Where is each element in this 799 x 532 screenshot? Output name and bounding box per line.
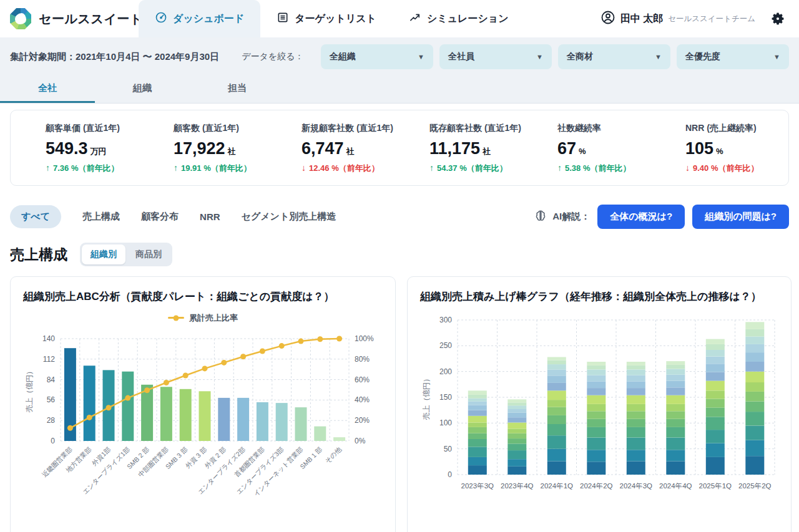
svg-text:売上（億円）: 売上（億円） <box>422 375 431 420</box>
svg-text:300: 300 <box>439 316 452 324</box>
svg-text:2024年3Q: 2024年3Q <box>620 482 652 490</box>
svg-text:112: 112 <box>43 354 55 363</box>
priority-filter-select[interactable]: 全優先度 ▼ <box>677 44 789 69</box>
arrow-icon: ↑ <box>429 163 434 173</box>
chevron-down-icon: ▼ <box>536 53 543 60</box>
nav-item-simulation[interactable]: シミュレーション <box>393 0 525 37</box>
ai-overview-button[interactable]: 全体の概況は? <box>597 205 685 229</box>
header-right: 田中 太郎 セールススイートチーム <box>600 0 799 37</box>
stacked-bar-chart: 0501001502002503002023年3Q2023年4Q2024年1Q2… <box>420 311 778 502</box>
main-nav: ダッシュボード ターゲットリスト シミュレーション <box>139 0 525 37</box>
subtab-all[interactable]: すべて <box>10 205 61 228</box>
kpi-delta: ↑54.37 %（前年比） <box>429 163 527 174</box>
nav-item-target-list[interactable]: ターゲットリスト <box>260 0 393 37</box>
kpi-label: 社数継続率 <box>557 123 655 134</box>
kpi-label: NRR (売上継続率) <box>685 123 783 134</box>
tab-staff[interactable]: 担当 <box>190 76 285 103</box>
kpi-summary-card: 顧客単価 (直近1年) 549.3万円 ↑7.36 %（前年比） 顧客数 (直近… <box>10 110 789 186</box>
kpi-nrr: NRR (売上継続率) 105% ↓9.40 %（前年比） <box>655 123 783 174</box>
kpi-value: 17,922社 <box>174 139 272 158</box>
tab-organization[interactable]: 組織 <box>95 76 190 103</box>
svg-text:50: 50 <box>444 444 453 453</box>
period-label: 集計対象期間：2021年10月4日 〜 2024年9月30日 <box>10 51 219 63</box>
subtab-nrr[interactable]: NRR <box>200 211 220 222</box>
svg-text:2024年2Q: 2024年2Q <box>580 482 612 490</box>
product-filter-value: 全商材 <box>567 51 593 62</box>
kpi-delta: ↑19.91 %（前年比） <box>174 163 272 174</box>
ai-label: AI解説： <box>534 209 590 225</box>
svg-text:2024年4Q: 2024年4Q <box>659 482 692 490</box>
subtab-customer-distribution[interactable]: 顧客分布 <box>141 211 179 223</box>
filter-bar: 集計対象期間：2021年10月4日 〜 2024年9月30日 データを絞る： 全… <box>0 37 799 76</box>
svg-text:2025年1Q: 2025年1Q <box>699 482 732 490</box>
svg-text:150: 150 <box>439 393 452 402</box>
chart-cards: 組織別売上ABC分析（貢献度パレート：組織ごとの貢献度は？） 累計売上比率 02… <box>10 276 789 532</box>
team-name: セールススイートチーム <box>668 14 755 24</box>
user-name: 田中 太郎 <box>620 12 663 26</box>
arrow-icon: ↓ <box>301 163 306 173</box>
stacked-chart-title: 組織別売上積み上げ棒グラフ（経年推移：組織別全体売上の推移は？） <box>420 289 778 305</box>
kpi-retention-rate: 社数継続率 67% ↑5.38 %（前年比） <box>527 123 655 174</box>
scope-tabs: 全社 組織 担当 <box>0 76 799 104</box>
priority-filter-value: 全優先度 <box>685 51 720 62</box>
svg-text:140: 140 <box>42 334 55 343</box>
svg-text:40%: 40% <box>355 395 370 404</box>
ai-org-issues-button[interactable]: 組織別の問題は? <box>692 205 789 229</box>
toggle-by-product[interactable]: 商品別 <box>127 244 170 264</box>
svg-text:28: 28 <box>47 416 56 425</box>
svg-text:2023年3Q: 2023年3Q <box>461 482 494 490</box>
employee-filter-value: 全社員 <box>448 51 474 62</box>
filter-area: 集計対象期間：2021年10月4日 〜 2024年9月30日 データを絞る： 全… <box>0 37 799 104</box>
svg-text:2025年2Q: 2025年2Q <box>738 482 771 490</box>
pareto-chart: 02856841121400%20%40%60%80%100%近畿圏営業部地方営… <box>23 325 383 525</box>
chevron-down-icon: ▼ <box>773 53 780 60</box>
nav-label: シミュレーション <box>427 12 509 26</box>
kpi-customer-unit-price: 顧客単価 (直近1年) 549.3万円 ↑7.36 %（前年比） <box>16 123 144 174</box>
nav-item-dashboard[interactable]: ダッシュボード <box>139 0 260 37</box>
svg-text:2024年1Q: 2024年1Q <box>541 482 573 490</box>
chevron-down-icon: ▼ <box>655 53 662 60</box>
arrow-icon: ↓ <box>685 163 690 173</box>
narrow-data-label: データを絞る： <box>242 51 303 62</box>
pareto-chart-title: 組織別売上ABC分析（貢献度パレート：組織ごとの貢献度は？） <box>23 289 383 305</box>
org-filter-value: 全組織 <box>330 51 356 62</box>
sales-composition-section-header: 売上構成 組織別 商品別 <box>10 243 789 266</box>
svg-text:60%: 60% <box>355 375 370 384</box>
brain-icon <box>534 209 547 225</box>
kpi-delta: ↑7.36 %（前年比） <box>46 163 144 174</box>
section-tab-row: すべて 売上構成 顧客分布 NRR セグメント別売上構造 AI解説： 全体の概況… <box>10 205 789 229</box>
user-avatar-icon <box>600 10 615 27</box>
employee-filter-select[interactable]: 全社員 ▼ <box>439 44 552 69</box>
toggle-by-organization[interactable]: 組織別 <box>82 244 125 264</box>
legend-label: 累計売上比率 <box>189 312 238 324</box>
kpi-value: 549.3万円 <box>46 139 144 158</box>
org-filter-select[interactable]: 全組織 ▼ <box>321 44 433 69</box>
section-tabs: すべて 売上構成 顧客分布 NRR セグメント別売上構造 <box>10 205 336 228</box>
svg-text:2023年4Q: 2023年4Q <box>501 482 533 490</box>
kpi-customer-count: 顧客数 (直近1年) 17,922社 ↑19.91 %（前年比） <box>144 123 272 174</box>
brand: セールススイート <box>0 0 139 37</box>
gauge-icon <box>155 11 167 26</box>
arrow-icon: ↑ <box>557 163 562 173</box>
arrow-icon: ↑ <box>174 163 178 173</box>
svg-text:売上（億円）: 売上（億円） <box>25 367 34 412</box>
kpi-new-customers: 新規顧客社数 (直近1年) 6,747社 ↓12.46 %（前年比） <box>272 123 400 174</box>
svg-text:100%: 100% <box>355 334 374 343</box>
kpi-label: 顧客単価 (直近1年) <box>46 123 144 134</box>
filter-dropdowns: 全組織 ▼ 全社員 ▼ 全商材 ▼ 全優先度 ▼ <box>321 44 789 69</box>
product-filter-select[interactable]: 全商材 ▼ <box>558 44 670 69</box>
settings-button[interactable] <box>770 11 785 26</box>
kpi-value: 105% <box>685 139 783 158</box>
subtab-segment-structure[interactable]: セグメント別売上構造 <box>242 211 336 223</box>
section-title: 売上構成 <box>10 245 67 264</box>
svg-text:80%: 80% <box>355 354 370 363</box>
tab-company[interactable]: 全社 <box>0 76 95 103</box>
kpi-delta: ↓9.40 %（前年比） <box>685 163 783 174</box>
subtab-sales-composition[interactable]: 売上構成 <box>82 211 120 223</box>
svg-text:その他: その他 <box>323 445 343 465</box>
svg-text:0: 0 <box>51 437 55 445</box>
user-menu[interactable]: 田中 太郎 セールススイートチーム <box>600 10 755 27</box>
ai-label-text: AI解説： <box>552 211 590 223</box>
chevron-down-icon: ▼ <box>418 53 424 60</box>
trend-icon <box>409 11 421 26</box>
